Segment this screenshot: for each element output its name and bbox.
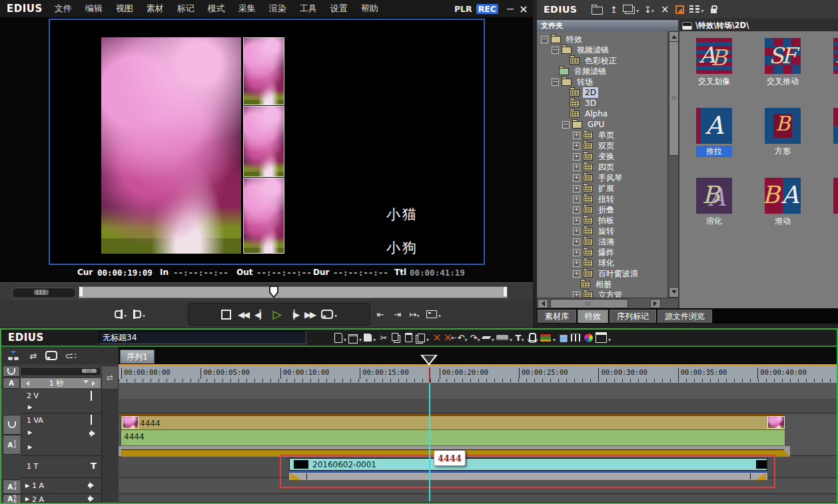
expand-arrow-icon[interactable]: ▶ [28, 444, 32, 450]
next-frame-button[interactable]: ▕▶ [288, 307, 298, 322]
expand-arrow-icon[interactable]: ▶ [28, 404, 32, 410]
save-project-button[interactable]: ▾ [364, 330, 376, 346]
a1-channel-button[interactable]: A34 [3, 479, 21, 494]
fade-out-handle[interactable] [755, 473, 766, 480]
layout-button[interactable]: ▾ [689, 2, 703, 17]
tree-expander[interactable]: + [573, 238, 580, 246]
expand-arrow-icon[interactable]: ▶ [25, 483, 29, 489]
mixer-button[interactable] [570, 330, 581, 346]
play-button[interactable]: ▷ [271, 307, 282, 322]
scale-dropdown-icon[interactable] [83, 380, 89, 386]
scroll-down-button[interactable] [669, 287, 679, 298]
stop-button[interactable] [221, 307, 232, 322]
transition-thumbnail[interactable] [833, 38, 838, 74]
transition-thumbnail[interactable] [765, 38, 801, 74]
fade-in-handle[interactable] [290, 473, 301, 480]
paste-button[interactable] [403, 330, 414, 346]
cut-point-mode-button[interactable] [7, 348, 20, 363]
up-folder-button[interactable]: ↥ [608, 2, 618, 17]
project-title-field[interactable] [99, 331, 306, 344]
palette-tab[interactable]: 特效 [578, 310, 608, 323]
palette-tab[interactable]: 素材库 [538, 310, 576, 323]
dropdown-caret-icon[interactable]: ▾ [651, 8, 654, 17]
menu-item[interactable]: 设置 [324, 3, 354, 15]
ripple-sync-mode-button[interactable]: ⇄ [27, 348, 38, 363]
add-transition-button[interactable]: ▾ [496, 330, 512, 346]
transition-item[interactable]: 交叉划像 [696, 38, 732, 87]
seek-position-marker[interactable] [269, 286, 278, 298]
tree-expander[interactable]: + [573, 132, 580, 139]
title-button[interactable]: T▾ [514, 330, 525, 346]
duplicate-folder-button[interactable]: ▾ [623, 2, 639, 17]
tree-expander[interactable]: + [573, 292, 580, 298]
goto-in-button[interactable]: ⇤ [374, 307, 385, 322]
set-out-button[interactable]: ▾ [133, 307, 145, 322]
time-scale-selector[interactable]: 1 秒 [20, 378, 101, 389]
track-lane-2v-upper[interactable] [119, 383, 837, 399]
transition-thumbnail[interactable] [696, 178, 732, 214]
va-video-mute-button[interactable] [3, 415, 21, 435]
audio-clip[interactable]: 4444 [121, 430, 785, 446]
track-header-1va[interactable]: 1 VA ▶ ▶ [21, 413, 101, 456]
new-sequence-button[interactable]: ▾ [334, 330, 346, 346]
loop-button[interactable]: ▾ [321, 307, 337, 322]
dropdown-caret-icon[interactable]: ▾ [344, 337, 346, 346]
audio-mute-button[interactable]: A [3, 378, 20, 389]
scroll-up-button[interactable] [669, 31, 679, 42]
dropdown-caret-icon[interactable]: ▾ [373, 337, 376, 346]
menu-item[interactable]: 编辑 [79, 3, 109, 15]
seek-bar[interactable] [79, 286, 508, 298]
ffwd-button[interactable]: ▶▶ [304, 307, 315, 322]
dropdown-caret-icon[interactable]: ▾ [608, 337, 611, 346]
tree-expander[interactable]: + [573, 142, 580, 150]
rewind-button[interactable]: ◀◀ [238, 307, 248, 322]
transition-item[interactable]: 方形 [765, 108, 801, 157]
prev-frame-button[interactable]: ◀▏ [254, 307, 265, 322]
title-mixer-lane[interactable] [289, 473, 767, 480]
scrollbar-thumb[interactable] [669, 41, 679, 156]
playhead-line[interactable] [429, 383, 430, 501]
dropdown-caret-icon[interactable]: ▾ [438, 313, 441, 322]
tree-expander[interactable]: + [573, 174, 580, 182]
undo-button[interactable]: ↶▾ [457, 330, 468, 346]
tree-item[interactable]: 音频滤镜 [537, 66, 667, 77]
transition-item[interactable] [833, 178, 838, 214]
track-lane-2v-lower[interactable] [119, 399, 837, 413]
voiceover-mic-button[interactable] [527, 330, 538, 346]
transition-item[interactable]: 推拉 [696, 108, 732, 157]
dropdown-caret-icon[interactable]: ▾ [553, 337, 556, 346]
menu-item[interactable]: 文件 [48, 3, 79, 15]
panel-layout-button[interactable]: ▾ [596, 330, 611, 346]
menu-item[interactable]: 标记 [171, 3, 201, 15]
tree-expander[interactable]: − [541, 36, 548, 43]
effect-view-button[interactable] [674, 2, 685, 17]
tree-expander[interactable]: + [573, 260, 580, 267]
tree-expander[interactable]: + [573, 206, 580, 214]
transition-item[interactable]: 滑动 [765, 178, 801, 227]
tree-horizontal-scrollbar[interactable] [537, 298, 678, 308]
group-sync-mode-button[interactable]: ⊂∷ [65, 348, 75, 363]
minimize-button[interactable]: — [504, 5, 517, 13]
zoom-slider-thumb[interactable] [82, 369, 97, 373]
delete-button[interactable]: × [431, 330, 442, 346]
dropdown-caret-icon[interactable]: ▾ [477, 337, 480, 346]
track-sync-panel[interactable]: ⇄ [101, 366, 119, 389]
sequence-tab[interactable]: 序列1 [120, 350, 155, 364]
video-mute-button[interactable] [3, 366, 20, 377]
tree-expander[interactable]: − [552, 79, 559, 86]
dropdown-caret-icon[interactable]: ▾ [464, 337, 467, 346]
track-lane-2a[interactable] [119, 494, 837, 503]
transition-item[interactable]: 交叉推动 [765, 38, 801, 87]
track-header-1t[interactable]: 1 T T [21, 456, 101, 478]
tree-item[interactable]: 3D [537, 98, 667, 109]
replace-button[interactable]: ▾ [416, 330, 429, 346]
transition-item[interactable]: 溶化 [696, 178, 732, 227]
track-header-2a[interactable]: ▶ 2 A [21, 494, 101, 503]
expand-arrow-icon[interactable]: ▶ [28, 429, 32, 435]
dropdown-caret-icon[interactable]: ▾ [359, 337, 362, 346]
tree-expander[interactable]: + [573, 217, 580, 224]
shuttle-handle[interactable] [34, 290, 49, 295]
close-button[interactable]: × [517, 3, 530, 15]
palette-tab[interactable]: 源文件浏览 [657, 310, 712, 323]
ripple-delete-button[interactable]: ×← [444, 330, 455, 346]
